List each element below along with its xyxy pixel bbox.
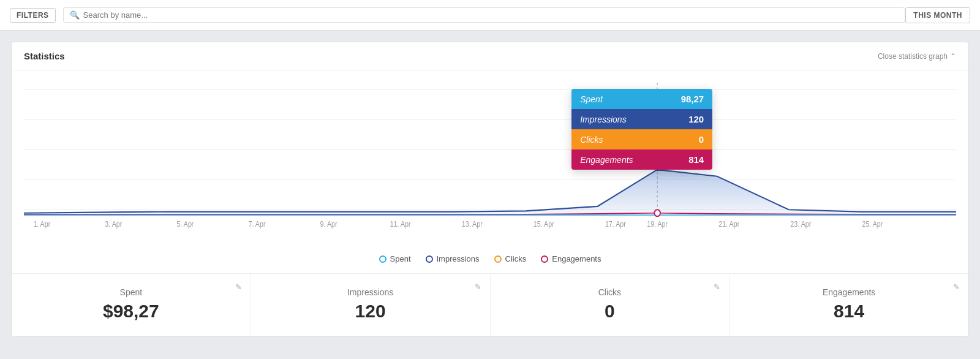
stat-card-engagements-label: Engagements (742, 287, 956, 297)
stat-card-engagements-value: 814 (742, 301, 956, 322)
legend-label-impressions: Impressions (437, 254, 480, 263)
stat-card-impressions-value: 120 (263, 301, 478, 322)
tooltip-impressions-label: Impressions (580, 115, 626, 124)
stat-card-engagements: ✎ Engagements 814 (729, 274, 968, 336)
top-bar: FILTERS 🔍 THIS MONTH (0, 0, 980, 31)
edit-clicks-button[interactable]: ✎ (714, 282, 720, 292)
search-wrap: 🔍 (63, 7, 906, 23)
chart-area: 1. Apr 3. Apr 5. Apr 7. Apr 9. Apr 11. A… (12, 70, 968, 248)
chart-legend: Spent Impressions Clicks Engagements (12, 248, 968, 273)
close-graph-label: Close statistics graph (878, 52, 948, 61)
edit-spent-button[interactable]: ✎ (235, 282, 242, 292)
tooltip-clicks: Clicks 0 (571, 129, 712, 149)
stat-card-clicks-label: Clicks (503, 287, 717, 297)
stat-card-clicks-value: 0 (503, 301, 717, 322)
svg-text:19. Apr: 19. Apr (647, 220, 668, 228)
chart-tooltip: Spent 98,27 Impressions 120 Clicks 0 Eng… (571, 89, 712, 170)
top-bar-left: FILTERS 🔍 (10, 7, 905, 23)
this-month-button[interactable]: THIS MONTH (905, 7, 970, 23)
tooltip-spent-value: 98,27 (681, 94, 704, 104)
svg-text:9. Apr: 9. Apr (320, 220, 337, 228)
tooltip-engagements-value: 814 (688, 154, 704, 165)
legend-dot-clicks (494, 255, 502, 263)
legend-spent[interactable]: Spent (379, 254, 411, 263)
stat-card-impressions: ✎ Impressions 120 (251, 274, 491, 336)
svg-text:7. Apr: 7. Apr (248, 220, 265, 228)
svg-text:11. Apr: 11. Apr (390, 220, 411, 228)
legend-label-clicks: Clicks (505, 254, 527, 263)
filters-button[interactable]: FILTERS (10, 8, 56, 23)
svg-text:17. Apr: 17. Apr (605, 220, 626, 228)
svg-text:5. Apr: 5. Apr (176, 220, 194, 228)
stat-card-impressions-label: Impressions (263, 287, 478, 297)
tooltip-clicks-label: Clicks (580, 135, 603, 145)
search-icon: 🔍 (70, 10, 80, 20)
close-graph-button[interactable]: Close statistics graph ⌃ (878, 52, 956, 61)
tooltip-spent: Spent 98,27 (571, 89, 712, 109)
svg-text:23. Apr: 23. Apr (790, 220, 811, 228)
legend-dot-impressions (426, 255, 433, 263)
legend-impressions[interactable]: Impressions (426, 254, 480, 263)
svg-point-6 (654, 210, 660, 216)
tooltip-engagements-label: Engagements (580, 155, 633, 165)
svg-text:13. Apr: 13. Apr (462, 220, 483, 228)
edit-engagements-button[interactable]: ✎ (953, 282, 960, 292)
legend-clicks[interactable]: Clicks (494, 254, 527, 263)
svg-text:15. Apr: 15. Apr (533, 220, 554, 228)
stats-cards: ✎ Spent $98,27 ✎ Impressions 120 ✎ Click… (12, 273, 968, 336)
svg-text:1. Apr: 1. Apr (33, 220, 50, 228)
tooltip-engagements: Engagements 814 (571, 149, 712, 170)
stat-card-spent-label: Spent (24, 287, 238, 297)
svg-text:21. Apr: 21. Apr (718, 220, 739, 228)
tooltip-clicks-value: 0 (699, 134, 704, 145)
search-input[interactable] (83, 10, 899, 20)
stat-card-spent: ✎ Spent $98,27 (12, 274, 251, 336)
legend-label-spent: Spent (390, 254, 411, 263)
stat-card-clicks: ✎ Clicks 0 (491, 274, 730, 336)
legend-label-engagements: Engagements (552, 254, 601, 263)
legend-dot-spent (379, 255, 386, 263)
legend-engagements[interactable]: Engagements (541, 254, 601, 263)
tooltip-impressions: Impressions 120 (571, 109, 712, 129)
stat-card-spent-value: $98,27 (24, 301, 238, 322)
tooltip-spent-label: Spent (580, 94, 603, 104)
svg-text:25. Apr: 25. Apr (862, 220, 883, 228)
svg-text:3. Apr: 3. Apr (105, 220, 122, 228)
chevron-up-icon: ⌃ (950, 52, 956, 61)
chart-svg: 1. Apr 3. Apr 5. Apr 7. Apr 9. Apr 11. A… (24, 83, 956, 230)
legend-dot-engagements (541, 255, 548, 263)
tooltip-impressions-value: 120 (688, 114, 704, 124)
statistics-panel: Statistics Close statistics graph ⌃ (11, 42, 969, 337)
stats-title: Statistics (24, 51, 65, 61)
stats-header: Statistics Close statistics graph ⌃ (12, 42, 968, 70)
edit-impressions-button[interactable]: ✎ (475, 282, 481, 292)
